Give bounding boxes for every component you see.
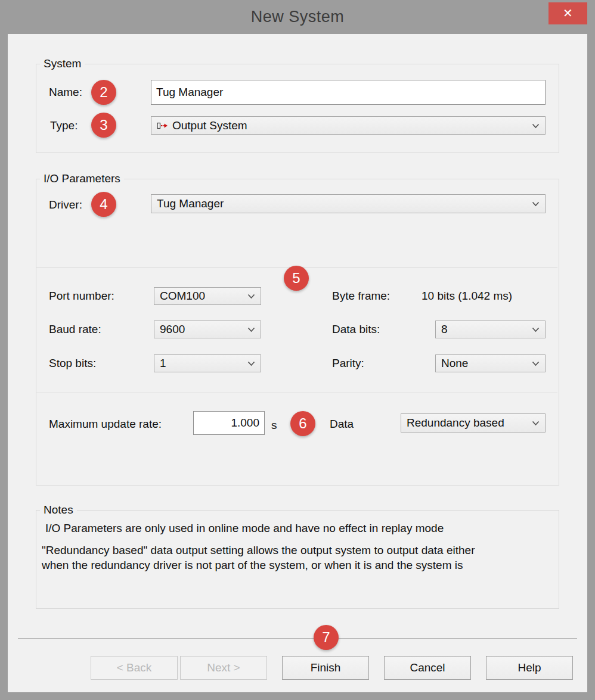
cancel-button[interactable]: Cancel [384,656,471,680]
port-number-select[interactable]: COM100 [154,287,261,305]
data-bits-value: 8 [441,323,448,336]
data-select[interactable]: Redundancy based [401,413,546,433]
data-label: Data [330,418,354,431]
callout-6: 6 [290,411,315,436]
chevron-down-icon [532,123,540,129]
type-value: Output System [172,119,247,132]
stop-bits-label: Stop bits: [49,357,96,370]
help-button[interactable]: Help [486,656,573,680]
port-number-label: Port number: [49,290,114,303]
stop-bits-value: 1 [160,357,166,370]
max-update-rate-label: Maximum update rate: [49,418,162,431]
chevron-down-icon [532,421,540,426]
chevron-down-icon [247,327,255,332]
driver-label: Driver: [49,198,82,211]
notes-line-3: when the redundancy driver is not part o… [42,559,463,572]
stop-bits-select[interactable]: 1 [154,354,261,372]
baud-rate-value: 9600 [160,323,185,336]
io-parameters-group-label: I/O Parameters [40,172,124,185]
byte-frame-label: Byte frame: [332,290,390,303]
chevron-down-icon [532,361,540,366]
dialog-body: System Name: 2 Type: 3 Output System I/O… [8,34,587,692]
byte-frame-value: 10 bits (1.042 ms) [422,290,512,303]
title-bar: New System ✕ [0,0,595,34]
driver-value: Tug Manager [157,197,224,210]
output-system-icon [157,122,168,130]
next-button[interactable]: Next > [180,656,267,680]
data-bits-select[interactable]: 8 [435,321,546,338]
system-group-label: System [40,57,85,70]
io-divider-bottom [36,393,557,393]
notes-line-1: I/O Parameters are only used in online m… [45,522,444,535]
parity-label: Parity: [332,357,364,370]
callout-7: 7 [314,625,339,650]
callout-3: 3 [91,113,116,138]
footer-separator [18,638,577,639]
notes-group-label: Notes [40,503,77,517]
driver-select[interactable]: Tug Manager [151,194,546,213]
type-select[interactable]: Output System [151,116,546,135]
callout-4: 4 [91,192,116,217]
callout-5: 5 [284,266,309,291]
chevron-down-icon [532,201,540,207]
data-bits-label: Data bits: [332,323,380,336]
data-value: Redundancy based [407,416,504,430]
finish-button[interactable]: Finish [282,656,369,680]
baud-rate-select[interactable]: 9600 [154,321,261,338]
chevron-down-icon [532,327,540,332]
port-number-value: COM100 [160,290,205,303]
type-label: Type: [50,119,78,132]
update-rate-unit-label: s [271,419,277,432]
max-update-rate-input[interactable] [193,411,265,435]
close-button[interactable]: ✕ [548,2,587,24]
system-groupbox: System [36,64,559,153]
parity-value: None [441,357,468,370]
name-input[interactable] [151,80,546,105]
back-button[interactable]: < Back [91,656,178,680]
close-icon: ✕ [563,7,573,20]
callout-2: 2 [91,80,116,105]
window-title: New System [0,8,595,26]
notes-line-2: "Redundancy based" data output setting a… [42,544,475,557]
chevron-down-icon [247,294,255,299]
parity-select[interactable]: None [435,354,546,372]
chevron-down-icon [247,361,255,366]
name-label: Name: [49,86,82,99]
baud-rate-label: Baud rate: [49,323,101,336]
